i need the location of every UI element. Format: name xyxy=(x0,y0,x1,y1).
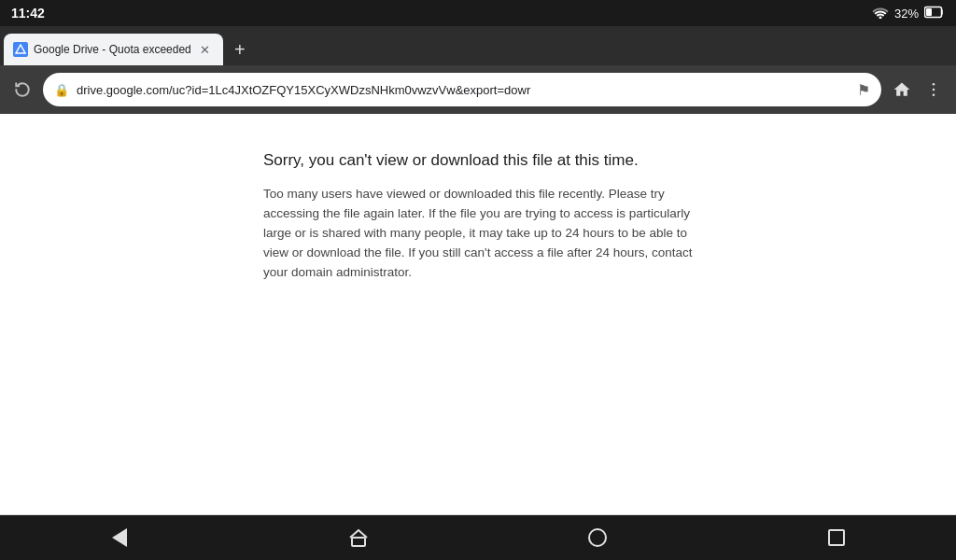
wifi-icon xyxy=(872,6,889,21)
error-box: Sorry, you can't view or download this f… xyxy=(263,151,693,283)
status-indicators: 32% xyxy=(872,6,945,21)
active-tab[interactable]: Google Drive - Quota exceeded ✕ xyxy=(4,34,223,65)
lock-icon: 🔒 xyxy=(54,83,69,97)
url-box[interactable]: 🔒 drive.google.com/uc?id=1Lc4JXtOZFQY15X… xyxy=(43,73,881,106)
overview-button[interactable] xyxy=(818,519,855,556)
tab-favicon xyxy=(13,42,28,57)
battery-icon xyxy=(924,6,945,21)
error-heading: Sorry, you can't view or download this f… xyxy=(263,151,693,170)
reload-button[interactable] xyxy=(7,75,37,105)
menu-button[interactable] xyxy=(919,75,949,105)
url-text: drive.google.com/uc?id=1Lc4JXtOZFQY15XCy… xyxy=(77,83,850,97)
home-nav-icon xyxy=(347,526,370,549)
address-bar: 🔒 drive.google.com/uc?id=1Lc4JXtOZFQY15X… xyxy=(0,65,956,114)
bookmark-button[interactable]: ⚑ xyxy=(857,81,870,99)
bottom-nav-bar xyxy=(0,515,956,560)
circle-icon xyxy=(588,528,607,547)
svg-rect-5 xyxy=(352,538,365,546)
svg-point-3 xyxy=(933,89,935,91)
back-button[interactable] xyxy=(101,519,138,556)
back-icon xyxy=(112,528,127,547)
new-tab-button[interactable]: + xyxy=(227,36,253,63)
tab-close-button[interactable]: ✕ xyxy=(197,41,214,58)
svg-point-2 xyxy=(933,83,935,86)
home-nav-button[interactable] xyxy=(340,519,377,556)
page-content: Sorry, you can't view or download this f… xyxy=(0,114,956,515)
home-button[interactable] xyxy=(887,75,917,105)
browser-actions xyxy=(887,75,949,105)
status-bar: 11:42 32% xyxy=(0,0,956,26)
tab-bar: Google Drive - Quota exceeded ✕ + xyxy=(0,26,956,65)
recents-button[interactable] xyxy=(579,519,616,556)
tab-title: Google Drive - Quota exceeded xyxy=(34,43,191,56)
svg-point-4 xyxy=(933,94,935,97)
square-icon xyxy=(828,529,845,546)
svg-rect-1 xyxy=(926,8,932,16)
battery-percentage: 32% xyxy=(894,7,919,21)
error-body: Too many users have viewed or downloaded… xyxy=(263,185,693,283)
clock: 11:42 xyxy=(11,6,45,21)
